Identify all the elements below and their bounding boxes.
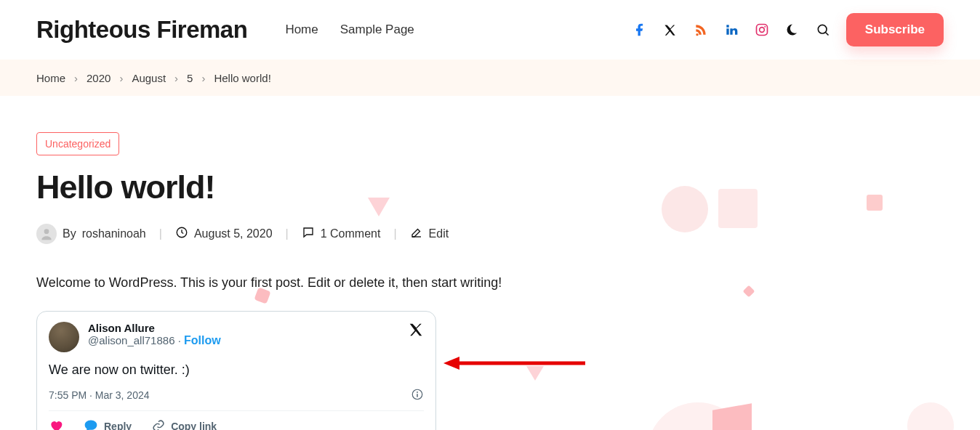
avatar [36,224,57,244]
comment-icon [302,226,315,242]
crumb-home[interactable]: Home [36,72,65,84]
edit-group: Edit [410,226,449,242]
copy-link-button[interactable]: Copy link [152,419,217,430]
post-meta: By roshaninoah | August 5, 2020 | 1 Comm… [36,224,944,244]
crumb-month[interactable]: August [132,72,166,84]
nav-home[interactable]: Home [285,23,318,37]
social-icons [632,23,830,37]
dark-mode-icon[interactable] [785,23,800,37]
breadcrumb: Home › 2020 › August › 5 › Hello world! [0,60,980,96]
svg-point-8 [417,392,418,393]
linkedin-icon[interactable] [724,23,739,37]
subscribe-button[interactable]: Subscribe [846,13,944,46]
copy-link-label: Copy link [171,421,217,430]
rss-icon[interactable] [694,23,708,37]
header-left: Righteous Fireman Home Sample Page [36,16,414,44]
link-icon [152,419,165,430]
pencil-icon [410,226,423,242]
comments-group: 1 Comment [302,226,381,242]
x-twitter-icon[interactable] [663,23,678,37]
x-logo-icon[interactable] [408,322,424,341]
tweet-display-name[interactable]: Alison Allure [88,322,221,334]
tweet-timestamp[interactable]: 7:55 PM · Mar 3, 2024 [49,389,150,401]
chevron-right-icon: › [201,72,205,84]
reply-label: Reply [104,421,132,430]
svg-point-3 [818,25,827,33]
svg-point-2 [764,26,766,28]
tweet-embed[interactable]: Alison Allure @alison_all71886 · Follow … [36,311,436,430]
clock-icon [175,226,188,242]
crumb-year[interactable]: 2020 [87,72,111,84]
reply-button[interactable]: Reply [84,418,132,430]
crumb-current: Hello world! [214,72,270,84]
post-content: Uncategorized Hello world! By roshaninoa… [0,96,980,430]
facebook-icon[interactable] [632,23,647,37]
info-icon[interactable] [411,388,424,403]
post-body: Welcome to WordPress. This is your first… [36,273,944,293]
svg-rect-9 [417,394,418,397]
chevron-right-icon: › [174,72,178,84]
author-link[interactable]: roshaninoah [82,227,146,240]
svg-point-1 [759,28,764,33]
comments-link[interactable]: 1 Comment [321,227,381,240]
svg-line-4 [826,33,829,36]
reply-icon [84,418,98,430]
svg-point-5 [44,229,49,234]
tweet-actions: Reply Copy link [49,411,424,430]
tweet-sep: · [174,334,184,346]
site-title[interactable]: Righteous Fireman [36,16,247,44]
primary-nav: Home Sample Page [285,23,414,37]
tweet-follow-link[interactable]: Follow [184,334,221,346]
instagram-icon[interactable] [755,23,769,37]
category-chip[interactable]: Uncategorized [36,132,119,155]
crumb-day[interactable]: 5 [187,72,193,84]
date-group: August 5, 2020 [175,226,273,242]
chevron-right-icon: › [119,72,123,84]
post-title: Hello world! [36,169,944,206]
tweet-handle[interactable]: @alison_all71886 [88,334,174,346]
chevron-right-icon: › [74,72,78,84]
meta-separator: | [393,227,396,240]
svg-rect-0 [756,25,767,36]
edit-link[interactable]: Edit [429,227,449,240]
tweet-header: Alison Allure @alison_all71886 · Follow [49,322,424,352]
author-prefix: By [63,227,76,240]
site-header: Righteous Fireman Home Sample Page [0,0,980,60]
like-button[interactable] [49,418,63,430]
header-right: Subscribe [632,13,944,46]
tweet-user: Alison Allure @alison_all71886 · Follow [49,322,221,352]
meta-separator: | [286,227,289,240]
post-date: August 5, 2020 [194,227,273,240]
author-group: By roshaninoah [36,224,146,244]
tweet-text: We are now on twitter. :) [49,362,424,378]
nav-sample-page[interactable]: Sample Page [340,23,414,37]
heart-icon [49,418,63,430]
tweet-avatar[interactable] [49,322,79,352]
search-icon[interactable] [816,23,830,37]
meta-separator: | [159,227,162,240]
